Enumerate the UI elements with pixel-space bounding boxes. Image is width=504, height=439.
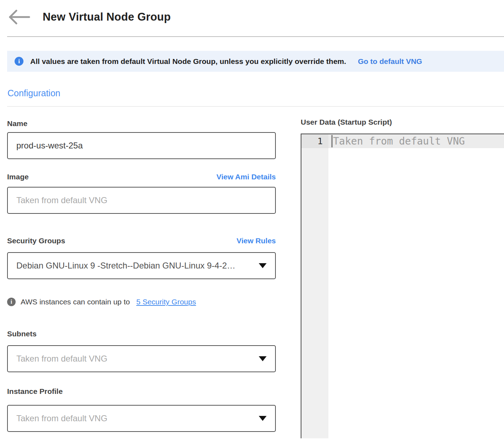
image-input[interactable] <box>7 187 276 214</box>
header-divider <box>7 36 504 37</box>
name-input[interactable] <box>7 132 276 159</box>
subnets-label-row: Subnets <box>7 330 276 340</box>
subnets-placeholder: Taken from default VNG <box>16 354 107 364</box>
security-groups-note: i AWS instances can contain up to 5 Secu… <box>7 298 276 306</box>
instance-profile-placeholder: Taken from default VNG <box>16 413 107 423</box>
text-cursor <box>331 135 333 147</box>
subnets-label: Subnets <box>7 330 37 338</box>
name-label: Name <box>7 119 27 128</box>
configuration-section-title: Configuration <box>7 88 504 98</box>
chevron-down-icon <box>259 356 267 361</box>
security-groups-label: Security Groups <box>7 237 65 245</box>
view-rules-link[interactable]: View Rules <box>237 237 276 245</box>
image-label-row: Image View Ami Details <box>7 173 276 183</box>
chevron-down-icon <box>259 416 267 421</box>
user-data-label: User Data (Startup Script) <box>301 118 392 126</box>
info-banner: i All values are taken from default Virt… <box>7 51 504 72</box>
back-arrow-icon[interactable] <box>8 10 31 25</box>
info-icon-gray: i <box>7 298 16 306</box>
name-label-row: Name <box>7 119 276 129</box>
subnets-select[interactable]: Taken from default VNG <box>7 345 276 372</box>
instance-profile-label-row: Instance Profile <box>7 387 276 397</box>
info-icon: i <box>15 57 23 66</box>
instance-profile-label: Instance Profile <box>7 387 63 396</box>
editor-line-number: 1 <box>301 134 328 148</box>
configuration-form: Name Image View Ami Details Security Gro… <box>0 107 504 438</box>
editor-placeholder-line: Taken from default VNG <box>331 134 465 148</box>
banner-text: All values are taken from default Virtua… <box>30 57 346 66</box>
instance-profile-select[interactable]: Taken from default VNG <box>7 405 276 432</box>
editor-gutter <box>301 134 328 438</box>
chevron-down-icon <box>259 263 267 268</box>
security-groups-note-text: AWS instances can contain up to <box>21 298 130 306</box>
go-to-default-vng-link[interactable]: Go to default VNG <box>358 57 422 66</box>
five-security-groups-link[interactable]: 5 Security Groups <box>136 298 196 306</box>
form-left-column: Name Image View Ami Details Security Gro… <box>7 119 276 432</box>
view-ami-details-link[interactable]: View Ami Details <box>216 173 276 181</box>
security-groups-value: Debian GNU-Linux 9 -Stretch--Debian GNU-… <box>16 261 235 271</box>
editor-placeholder-text: Taken from default VNG <box>333 135 465 147</box>
security-groups-select[interactable]: Debian GNU-Linux 9 -Stretch--Debian GNU-… <box>7 252 276 279</box>
user-data-code-editor[interactable]: 1 Taken from default VNG <box>301 134 504 438</box>
page-header: New Virtual Node Group <box>0 0 504 26</box>
security-groups-label-row: Security Groups View Rules <box>7 237 276 246</box>
page-title: New Virtual Node Group <box>43 11 171 23</box>
image-label: Image <box>7 173 29 181</box>
